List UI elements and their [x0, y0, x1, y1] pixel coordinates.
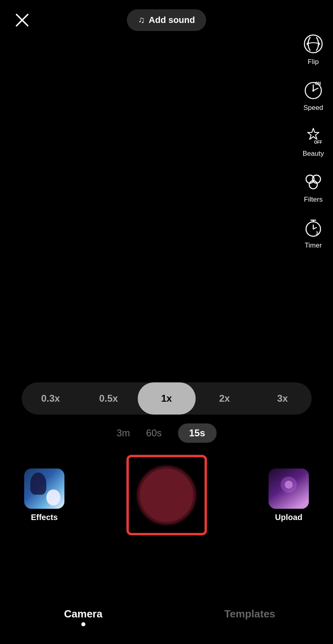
duration-15s[interactable]: 15s [178, 423, 217, 443]
upload-button[interactable]: Upload [269, 469, 309, 522]
music-icon: ♫ [138, 15, 145, 25]
effects-thumbnail [24, 469, 64, 509]
shutter-container [126, 455, 207, 535]
close-button[interactable] [12, 10, 32, 30]
duration-60s[interactable]: 60s [146, 427, 162, 439]
speed-1x[interactable]: 1x [138, 382, 196, 415]
flip-icon [302, 32, 325, 56]
effects-button[interactable]: Effects [24, 469, 64, 522]
flip-tool[interactable]: Flip [302, 32, 325, 66]
speed-0.3x[interactable]: 0.3x [22, 382, 80, 415]
duration-selector: 3m 60s 15s [116, 423, 216, 443]
svg-text:OFF: OFF [314, 140, 322, 144]
filters-icon [302, 170, 325, 193]
svg-point-4 [312, 90, 314, 92]
beauty-tool[interactable]: OFF Beauty [302, 124, 325, 158]
duration-3m[interactable]: 3m [116, 427, 130, 439]
speed-label: Speed [303, 104, 323, 112]
timer-tool[interactable]: 3 Timer [302, 216, 325, 250]
shutter-border [126, 455, 207, 535]
speed-selector: 0.3x 0.5x 1x 2x 3x [22, 382, 312, 415]
upload-thumbnail [269, 469, 309, 509]
speed-2x[interactable]: 2x [196, 382, 254, 415]
timer-label: Timer [305, 242, 322, 250]
svg-text:3: 3 [316, 231, 318, 235]
tab-templates-label: Templates [224, 608, 275, 620]
flip-label: Flip [308, 58, 319, 66]
speed-tool[interactable]: ON Speed [302, 78, 325, 112]
ghost-figure-dark [30, 473, 46, 495]
tab-templates[interactable]: Templates [167, 604, 333, 620]
capture-row: Effects [0, 451, 333, 539]
add-sound-label: Add sound [149, 15, 195, 25]
tab-bar: Camera Templates [0, 596, 333, 644]
tab-camera-label: Camera [64, 608, 102, 620]
bottom-controls: 0.3x 0.5x 1x 2x 3x 3m 60s 15s [0, 370, 333, 644]
filters-tool[interactable]: Filters [302, 170, 325, 204]
tab-camera[interactable]: Camera [0, 604, 167, 620]
header: ♫ Add sound [0, 0, 333, 40]
speed-0.5x[interactable]: 0.5x [80, 382, 138, 415]
timer-icon: 3 [302, 216, 325, 239]
add-sound-button[interactable]: ♫ Add sound [127, 9, 206, 31]
speed-3x[interactable]: 3x [254, 382, 312, 415]
effects-label: Effects [31, 513, 58, 522]
screen: ♫ Add sound Flip [0, 0, 333, 644]
svg-text:ON: ON [315, 81, 321, 86]
svg-point-14 [285, 481, 293, 489]
speed-icon: ON [302, 78, 325, 101]
beauty-label: Beauty [303, 150, 324, 158]
ghost-figure-light [46, 489, 60, 506]
filters-label: Filters [304, 196, 323, 204]
upload-label: Upload [275, 513, 302, 522]
right-tools: Flip ON Speed OFF [302, 32, 325, 250]
tab-camera-indicator [81, 622, 85, 626]
beauty-icon: OFF [302, 124, 325, 147]
